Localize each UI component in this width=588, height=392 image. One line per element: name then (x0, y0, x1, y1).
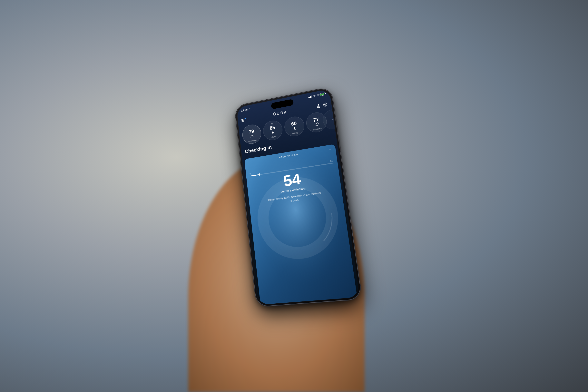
activity-card[interactable]: ACTIVITY GOAL → 0 450 (244, 144, 357, 305)
sleep-label: Sleep (271, 136, 276, 138)
readiness-icon (250, 134, 254, 139)
battery-box (320, 92, 325, 96)
status-time: 13:36 (241, 108, 248, 112)
signal-bar-1 (308, 98, 309, 98)
calorie-value: 54 (282, 170, 302, 190)
activity-label: Activity (292, 132, 298, 134)
progress-scale-max: 450 (330, 160, 334, 162)
readiness-value: 79 (248, 128, 254, 134)
sleep-value: 85 (270, 125, 276, 130)
progress-marker (259, 173, 260, 176)
menu-button[interactable] (241, 118, 246, 122)
activity-value: 60 (291, 120, 297, 126)
battery-percent: 93 (317, 94, 320, 97)
menu-line-2 (242, 120, 246, 121)
crown-icon: ♛ (271, 123, 273, 125)
heart-rate-label: Heart rate (313, 128, 322, 131)
menu-notification-dot (244, 118, 246, 120)
wifi-icon (312, 94, 316, 97)
battery-indicator: 93 (317, 92, 325, 97)
target-icon[interactable] (323, 102, 328, 107)
score-readiness[interactable]: 79 Readiness (242, 123, 262, 145)
status-right: 93 (308, 92, 325, 98)
battery-fill (320, 93, 324, 96)
checking-in-title: Checking in (244, 144, 272, 154)
progress-scale-min: 0 (250, 173, 251, 175)
activity-card-arrow[interactable]: → (328, 147, 332, 151)
activity-icon (292, 126, 297, 132)
sleep-icon (271, 130, 275, 136)
readiness-label: Readiness (248, 139, 256, 142)
logo-text: ŌURA (273, 110, 288, 116)
menu-line-3 (242, 121, 244, 122)
score-activity[interactable]: 60 Activity (284, 115, 306, 138)
activity-goal-label: ACTIVITY GOAL (279, 153, 299, 158)
header-actions (316, 102, 328, 108)
heart-rate-icon (314, 122, 319, 128)
share-icon[interactable] (316, 104, 321, 108)
heart-rate-value: 77 (313, 116, 319, 122)
svg-point-2 (325, 104, 326, 105)
signal-bars (308, 96, 312, 98)
signal-bar-4 (311, 96, 312, 98)
score-sleep[interactable]: ♛ 85 Sleep (262, 119, 284, 142)
activity-desc-line2: is good. (290, 198, 299, 202)
signal-bar-3 (310, 96, 311, 98)
location-icon: ↗ (248, 108, 250, 110)
signal-bar-2 (309, 97, 310, 98)
app-logo: ŌURA (273, 110, 288, 116)
